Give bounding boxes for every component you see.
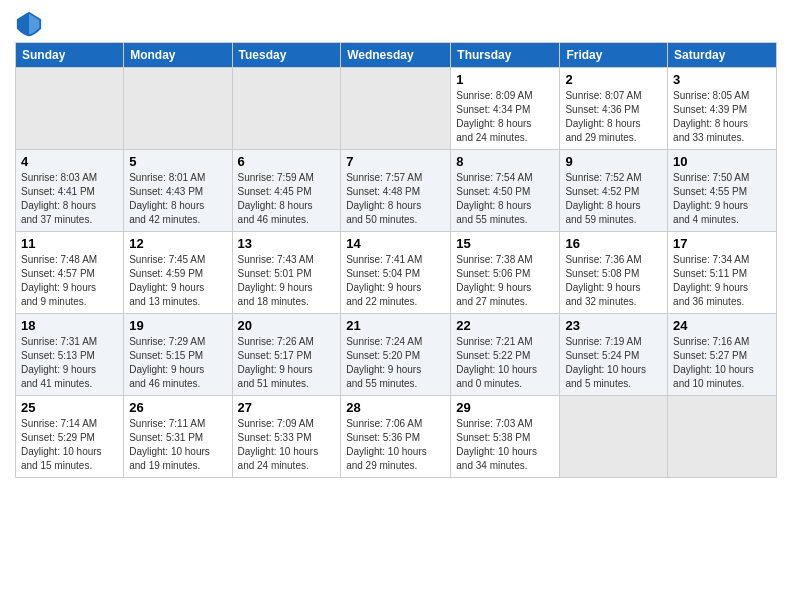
header <box>15 10 777 38</box>
calendar-cell: 8Sunrise: 7:54 AM Sunset: 4:50 PM Daylig… <box>451 150 560 232</box>
col-header-sunday: Sunday <box>16 43 124 68</box>
calendar-cell: 6Sunrise: 7:59 AM Sunset: 4:45 PM Daylig… <box>232 150 341 232</box>
calendar-cell: 18Sunrise: 7:31 AM Sunset: 5:13 PM Dayli… <box>16 314 124 396</box>
calendar-cell: 12Sunrise: 7:45 AM Sunset: 4:59 PM Dayli… <box>124 232 232 314</box>
col-header-monday: Monday <box>124 43 232 68</box>
calendar-cell: 13Sunrise: 7:43 AM Sunset: 5:01 PM Dayli… <box>232 232 341 314</box>
calendar-cell: 2Sunrise: 8:07 AM Sunset: 4:36 PM Daylig… <box>560 68 668 150</box>
day-details: Sunrise: 7:11 AM Sunset: 5:31 PM Dayligh… <box>129 417 226 473</box>
day-details: Sunrise: 7:21 AM Sunset: 5:22 PM Dayligh… <box>456 335 554 391</box>
calendar-cell: 28Sunrise: 7:06 AM Sunset: 5:36 PM Dayli… <box>341 396 451 478</box>
day-number: 7 <box>346 154 445 169</box>
day-number: 16 <box>565 236 662 251</box>
day-details: Sunrise: 7:29 AM Sunset: 5:15 PM Dayligh… <box>129 335 226 391</box>
logo-icon <box>15 10 43 38</box>
day-number: 8 <box>456 154 554 169</box>
day-number: 19 <box>129 318 226 333</box>
day-number: 2 <box>565 72 662 87</box>
calendar-cell <box>341 68 451 150</box>
day-number: 15 <box>456 236 554 251</box>
day-details: Sunrise: 7:26 AM Sunset: 5:17 PM Dayligh… <box>238 335 336 391</box>
day-number: 10 <box>673 154 771 169</box>
day-details: Sunrise: 7:41 AM Sunset: 5:04 PM Dayligh… <box>346 253 445 309</box>
col-header-wednesday: Wednesday <box>341 43 451 68</box>
day-number: 17 <box>673 236 771 251</box>
day-details: Sunrise: 7:03 AM Sunset: 5:38 PM Dayligh… <box>456 417 554 473</box>
logo <box>15 10 47 38</box>
calendar-table: SundayMondayTuesdayWednesdayThursdayFrid… <box>15 42 777 478</box>
day-details: Sunrise: 7:14 AM Sunset: 5:29 PM Dayligh… <box>21 417 118 473</box>
day-number: 27 <box>238 400 336 415</box>
day-number: 25 <box>21 400 118 415</box>
day-number: 20 <box>238 318 336 333</box>
day-details: Sunrise: 7:59 AM Sunset: 4:45 PM Dayligh… <box>238 171 336 227</box>
col-header-saturday: Saturday <box>668 43 777 68</box>
day-details: Sunrise: 8:03 AM Sunset: 4:41 PM Dayligh… <box>21 171 118 227</box>
header-row: SundayMondayTuesdayWednesdayThursdayFrid… <box>16 43 777 68</box>
calendar-cell: 27Sunrise: 7:09 AM Sunset: 5:33 PM Dayli… <box>232 396 341 478</box>
day-number: 1 <box>456 72 554 87</box>
week-row-3: 11Sunrise: 7:48 AM Sunset: 4:57 PM Dayli… <box>16 232 777 314</box>
day-number: 28 <box>346 400 445 415</box>
calendar-cell: 25Sunrise: 7:14 AM Sunset: 5:29 PM Dayli… <box>16 396 124 478</box>
calendar-cell: 21Sunrise: 7:24 AM Sunset: 5:20 PM Dayli… <box>341 314 451 396</box>
main-container: SundayMondayTuesdayWednesdayThursdayFrid… <box>0 0 792 483</box>
calendar-cell <box>232 68 341 150</box>
day-details: Sunrise: 7:31 AM Sunset: 5:13 PM Dayligh… <box>21 335 118 391</box>
calendar-cell: 7Sunrise: 7:57 AM Sunset: 4:48 PM Daylig… <box>341 150 451 232</box>
day-number: 9 <box>565 154 662 169</box>
calendar-cell: 26Sunrise: 7:11 AM Sunset: 5:31 PM Dayli… <box>124 396 232 478</box>
col-header-tuesday: Tuesday <box>232 43 341 68</box>
day-details: Sunrise: 7:06 AM Sunset: 5:36 PM Dayligh… <box>346 417 445 473</box>
day-details: Sunrise: 7:36 AM Sunset: 5:08 PM Dayligh… <box>565 253 662 309</box>
day-number: 6 <box>238 154 336 169</box>
day-details: Sunrise: 7:43 AM Sunset: 5:01 PM Dayligh… <box>238 253 336 309</box>
calendar-cell: 5Sunrise: 8:01 AM Sunset: 4:43 PM Daylig… <box>124 150 232 232</box>
day-details: Sunrise: 8:01 AM Sunset: 4:43 PM Dayligh… <box>129 171 226 227</box>
calendar-cell: 9Sunrise: 7:52 AM Sunset: 4:52 PM Daylig… <box>560 150 668 232</box>
calendar-cell: 14Sunrise: 7:41 AM Sunset: 5:04 PM Dayli… <box>341 232 451 314</box>
day-number: 18 <box>21 318 118 333</box>
day-number: 22 <box>456 318 554 333</box>
day-details: Sunrise: 7:34 AM Sunset: 5:11 PM Dayligh… <box>673 253 771 309</box>
day-number: 3 <box>673 72 771 87</box>
col-header-friday: Friday <box>560 43 668 68</box>
day-details: Sunrise: 7:48 AM Sunset: 4:57 PM Dayligh… <box>21 253 118 309</box>
day-details: Sunrise: 7:16 AM Sunset: 5:27 PM Dayligh… <box>673 335 771 391</box>
col-header-thursday: Thursday <box>451 43 560 68</box>
day-details: Sunrise: 7:52 AM Sunset: 4:52 PM Dayligh… <box>565 171 662 227</box>
day-details: Sunrise: 8:09 AM Sunset: 4:34 PM Dayligh… <box>456 89 554 145</box>
day-number: 29 <box>456 400 554 415</box>
week-row-1: 1Sunrise: 8:09 AM Sunset: 4:34 PM Daylig… <box>16 68 777 150</box>
calendar-cell: 19Sunrise: 7:29 AM Sunset: 5:15 PM Dayli… <box>124 314 232 396</box>
day-details: Sunrise: 7:50 AM Sunset: 4:55 PM Dayligh… <box>673 171 771 227</box>
day-number: 23 <box>565 318 662 333</box>
calendar-cell: 11Sunrise: 7:48 AM Sunset: 4:57 PM Dayli… <box>16 232 124 314</box>
calendar-cell: 3Sunrise: 8:05 AM Sunset: 4:39 PM Daylig… <box>668 68 777 150</box>
day-number: 12 <box>129 236 226 251</box>
calendar-cell: 24Sunrise: 7:16 AM Sunset: 5:27 PM Dayli… <box>668 314 777 396</box>
day-number: 13 <box>238 236 336 251</box>
day-details: Sunrise: 7:24 AM Sunset: 5:20 PM Dayligh… <box>346 335 445 391</box>
day-details: Sunrise: 7:54 AM Sunset: 4:50 PM Dayligh… <box>456 171 554 227</box>
calendar-cell: 23Sunrise: 7:19 AM Sunset: 5:24 PM Dayli… <box>560 314 668 396</box>
day-number: 14 <box>346 236 445 251</box>
day-number: 26 <box>129 400 226 415</box>
calendar-cell: 29Sunrise: 7:03 AM Sunset: 5:38 PM Dayli… <box>451 396 560 478</box>
day-number: 5 <box>129 154 226 169</box>
week-row-4: 18Sunrise: 7:31 AM Sunset: 5:13 PM Dayli… <box>16 314 777 396</box>
day-details: Sunrise: 8:05 AM Sunset: 4:39 PM Dayligh… <box>673 89 771 145</box>
day-number: 21 <box>346 318 445 333</box>
day-number: 11 <box>21 236 118 251</box>
calendar-cell: 10Sunrise: 7:50 AM Sunset: 4:55 PM Dayli… <box>668 150 777 232</box>
day-details: Sunrise: 7:38 AM Sunset: 5:06 PM Dayligh… <box>456 253 554 309</box>
calendar-cell <box>16 68 124 150</box>
week-row-5: 25Sunrise: 7:14 AM Sunset: 5:29 PM Dayli… <box>16 396 777 478</box>
calendar-cell: 17Sunrise: 7:34 AM Sunset: 5:11 PM Dayli… <box>668 232 777 314</box>
day-details: Sunrise: 8:07 AM Sunset: 4:36 PM Dayligh… <box>565 89 662 145</box>
calendar-cell <box>668 396 777 478</box>
day-details: Sunrise: 7:57 AM Sunset: 4:48 PM Dayligh… <box>346 171 445 227</box>
day-details: Sunrise: 7:45 AM Sunset: 4:59 PM Dayligh… <box>129 253 226 309</box>
week-row-2: 4Sunrise: 8:03 AM Sunset: 4:41 PM Daylig… <box>16 150 777 232</box>
calendar-cell: 4Sunrise: 8:03 AM Sunset: 4:41 PM Daylig… <box>16 150 124 232</box>
